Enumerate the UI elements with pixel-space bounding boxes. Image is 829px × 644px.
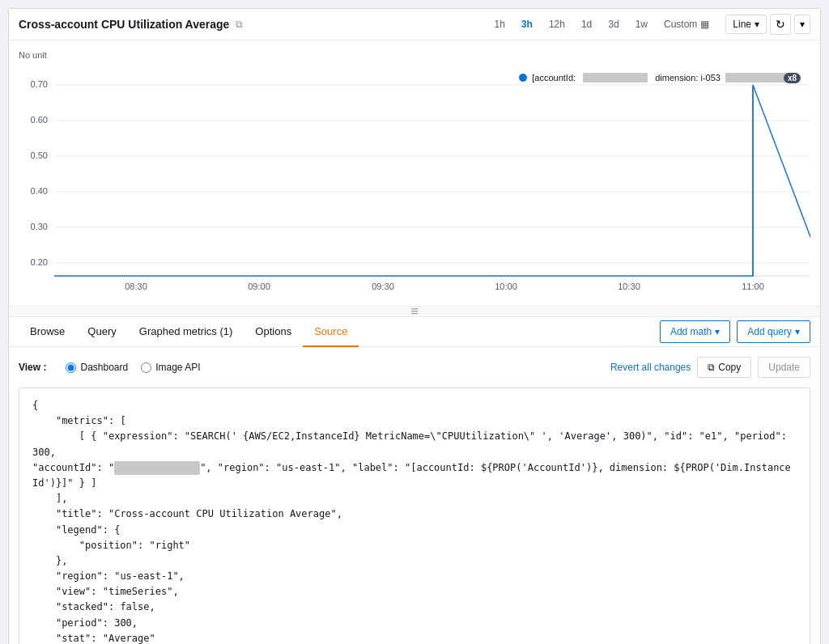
svg-text:0.60: 0.60: [31, 115, 48, 125]
svg-text:09:30: 09:30: [372, 282, 394, 291]
tabs-bar: Browse Query Graphed metrics (1) Options…: [9, 317, 820, 347]
time-btn-1d[interactable]: 1d: [575, 15, 598, 33]
add-query-label: Add query: [747, 326, 792, 337]
widget-header: Cross-account CPU Utilization Average ⧉ …: [9, 9, 820, 40]
dashboard-radio-label: Dashboard: [80, 362, 128, 373]
add-math-button[interactable]: Add math ▾: [660, 320, 730, 343]
tab-graphed-metrics[interactable]: Graphed metrics (1): [128, 317, 244, 347]
refresh-button[interactable]: ↻: [770, 14, 791, 35]
view-label: View :: [19, 362, 46, 373]
divider-handle[interactable]: ≡: [9, 306, 820, 317]
widget-container: Cross-account CPU Utilization Average ⧉ …: [8, 8, 821, 644]
svg-text:10:30: 10:30: [618, 282, 640, 291]
svg-text:0.40: 0.40: [31, 186, 48, 196]
time-btn-1w[interactable]: 1w: [629, 15, 654, 33]
svg-text:09:00: 09:00: [248, 282, 270, 291]
svg-text:10:00: 10:00: [495, 282, 517, 291]
widget-title: Cross-account CPU Utilization Average: [19, 18, 229, 31]
view-row: View : Dashboard Image API Revert all ch…: [19, 357, 810, 378]
dashboard-radio-option[interactable]: Dashboard: [66, 362, 128, 373]
svg-text:11:00: 11:00: [742, 282, 764, 291]
external-link-icon[interactable]: ⧉: [236, 19, 243, 30]
copy-button[interactable]: ⧉ Copy: [697, 357, 751, 378]
add-math-label: Add math: [670, 326, 712, 337]
revert-all-changes-button[interactable]: Revert all changes: [610, 362, 691, 373]
add-query-button[interactable]: Add query ▾: [737, 320, 810, 343]
tab-browse[interactable]: Browse: [19, 317, 76, 347]
svg-text:08:30: 08:30: [125, 282, 147, 291]
tab-options[interactable]: Options: [244, 317, 303, 347]
header-dropdown-button[interactable]: ▾: [794, 15, 810, 34]
time-btn-12h[interactable]: 12h: [542, 15, 572, 33]
chart-no-unit-label: No unit: [19, 50, 810, 60]
add-query-dropdown-icon: ▾: [795, 326, 800, 337]
header-controls: 1h 3h 12h 1d 3d 1w Custom ▦ Line ▾ ↻ ▾: [488, 14, 811, 35]
tabs-actions: Add math ▾ Add query ▾: [660, 320, 810, 343]
custom-label: Custom: [664, 19, 697, 30]
image-api-radio-input[interactable]: [141, 362, 151, 373]
source-panel: View : Dashboard Image API Revert all ch…: [9, 347, 820, 644]
image-api-radio-label: Image API: [155, 362, 200, 373]
image-api-radio-option[interactable]: Image API: [141, 362, 200, 373]
chart-type-select[interactable]: Line ▾: [725, 15, 767, 34]
view-options: View : Dashboard Image API: [19, 362, 201, 373]
widget-title-area: Cross-account CPU Utilization Average ⧉: [19, 18, 243, 31]
svg-text:0.50: 0.50: [31, 150, 48, 160]
svg-text:0.30: 0.30: [31, 222, 48, 231]
source-code: { "metrics": [ [ { "expression": "SEARCH…: [32, 398, 797, 644]
dashboard-radio-input[interactable]: [66, 362, 76, 373]
copy-label: Copy: [718, 362, 741, 373]
tab-query[interactable]: Query: [76, 317, 127, 347]
time-btn-3d[interactable]: 3d: [602, 15, 625, 33]
svg-text:0.70: 0.70: [31, 79, 48, 89]
update-button[interactable]: Update: [758, 357, 810, 378]
add-math-dropdown-icon: ▾: [715, 326, 720, 337]
chart-svg-wrapper: 0.70 0.60 0.50 0.40 0.30 0.20 08:30 09:0…: [19, 63, 810, 306]
time-btn-3h[interactable]: 3h: [515, 15, 539, 33]
chart-type-label: Line: [733, 19, 751, 30]
tabs-list: Browse Query Graphed metrics (1) Options…: [19, 317, 359, 346]
source-actions: Revert all changes ⧉ Copy Update: [610, 357, 810, 378]
svg-text:0.20: 0.20: [31, 257, 48, 267]
divider-icon: ≡: [410, 304, 418, 319]
calendar-icon: ▦: [700, 19, 709, 30]
custom-button[interactable]: Custom ▦: [657, 15, 716, 33]
copy-icon: ⧉: [708, 362, 715, 373]
code-editor[interactable]: { "metrics": [ [ { "expression": "SEARCH…: [19, 388, 810, 644]
chart-area: No unit [accountId: dimension: i-053 ] x…: [9, 40, 820, 306]
time-btn-1h[interactable]: 1h: [488, 15, 512, 33]
chart-type-dropdown-icon: ▾: [755, 19, 759, 30]
chart-svg: 0.70 0.60 0.50 0.40 0.30 0.20 08:30 09:0…: [19, 63, 810, 306]
tab-source[interactable]: Source: [303, 317, 359, 347]
